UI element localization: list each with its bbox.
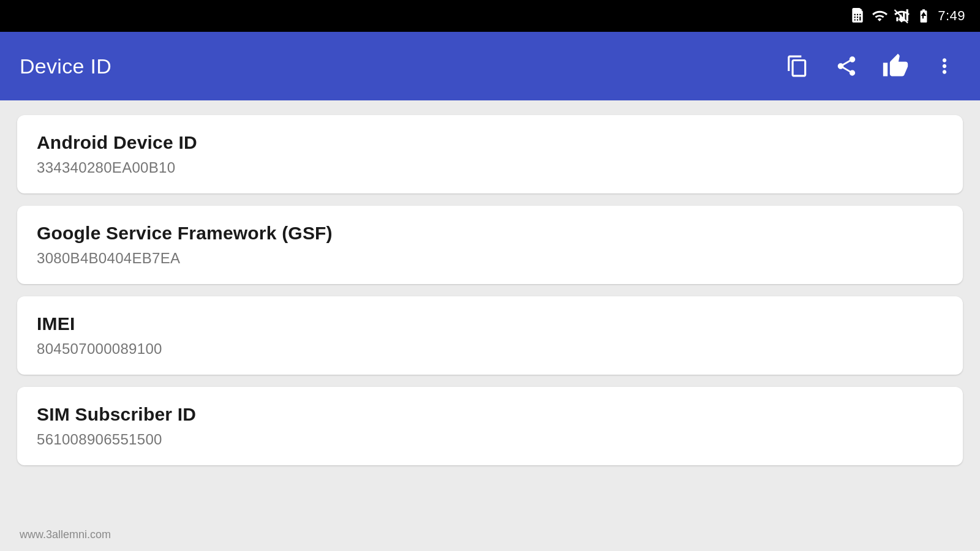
like-button[interactable] <box>880 50 911 82</box>
more-options-button[interactable] <box>929 50 960 82</box>
wifi-icon <box>872 8 888 24</box>
card-gsf[interactable]: Google Service Framework (GSF)3080B4B040… <box>17 206 963 284</box>
page-title: Device ID <box>20 54 782 78</box>
copy-icon <box>786 54 809 78</box>
card-value-sim-subscriber-id: 561008906551500 <box>37 431 943 448</box>
status-bar: 7:49 <box>0 0 980 32</box>
card-imei[interactable]: IMEI804507000089100 <box>17 296 963 375</box>
more-vert-icon <box>933 54 956 78</box>
status-time: 7:49 <box>938 8 965 24</box>
svg-rect-3 <box>907 9 908 21</box>
card-sim-subscriber-id[interactable]: SIM Subscriber ID561008906551500 <box>17 387 963 465</box>
app-bar-actions <box>782 50 960 82</box>
card-android-device-id[interactable]: Android Device ID334340280EA00B10 <box>17 115 963 193</box>
card-title-sim-subscriber-id: SIM Subscriber ID <box>37 404 943 425</box>
svg-rect-1 <box>900 15 902 21</box>
svg-rect-2 <box>903 12 905 21</box>
sim-icon <box>850 8 865 24</box>
card-value-imei: 804507000089100 <box>37 340 943 358</box>
battery-icon <box>916 8 932 24</box>
copy-button[interactable] <box>782 50 813 82</box>
card-value-gsf: 3080B4B0404EB7EA <box>37 250 943 267</box>
thumbs-up-icon <box>882 53 909 80</box>
signal-icon <box>894 8 910 24</box>
card-value-android-device-id: 334340280EA00B10 <box>37 159 943 176</box>
svg-rect-0 <box>897 17 899 21</box>
card-title-gsf: Google Service Framework (GSF) <box>37 223 943 244</box>
content-area: Android Device ID334340280EA00B10Google … <box>0 100 980 551</box>
share-button[interactable] <box>831 50 862 82</box>
card-title-android-device-id: Android Device ID <box>37 132 943 153</box>
card-title-imei: IMEI <box>37 313 943 334</box>
share-icon <box>835 54 858 78</box>
status-icons: 7:49 <box>850 8 965 24</box>
watermark: www.3allemni.com <box>20 528 111 541</box>
app-bar: Device ID <box>0 32 980 100</box>
